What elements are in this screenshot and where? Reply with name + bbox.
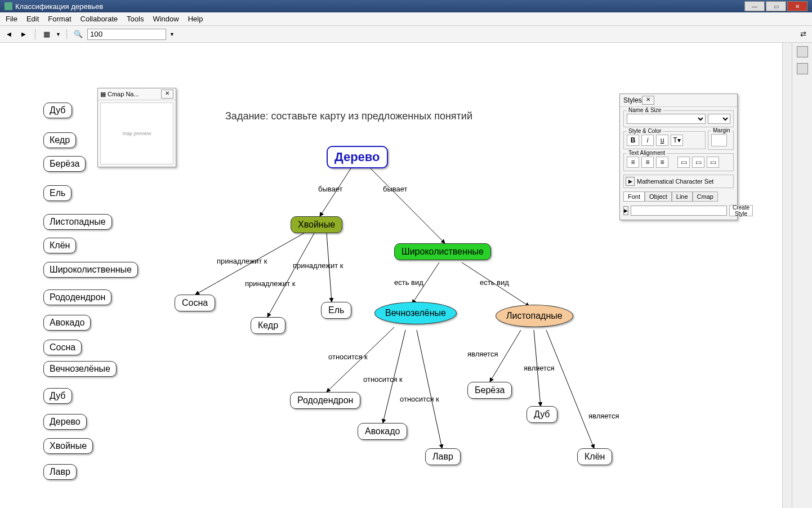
nav-icon: ▦ <box>100 91 106 98</box>
right-rail <box>792 43 812 508</box>
sidebar-item-sosna[interactable]: Сосна <box>43 340 82 355</box>
sidebar-item-el[interactable]: Ель <box>43 185 72 201</box>
link-prinad2: принадлежит к <box>245 279 295 288</box>
node-rododendron[interactable]: Рододендрон <box>290 392 360 409</box>
sidebar-item-listopadnye[interactable]: Листопадные <box>43 214 112 230</box>
navigator-panel[interactable]: ▦ Cmap Na... ✕ map preview <box>97 88 176 167</box>
toolbar-right-icon[interactable]: ⇄ <box>797 29 809 40</box>
menu-format[interactable]: Format <box>44 14 74 24</box>
back-button[interactable]: ◄ <box>3 29 15 40</box>
node-klen[interactable]: Клён <box>577 448 612 465</box>
node-listopad[interactable]: Листопадные <box>496 305 573 327</box>
font-color-button[interactable]: T▾ <box>671 135 683 146</box>
sidebar-item-khvoynye[interactable]: Хвойные <box>43 438 93 454</box>
node-root[interactable]: Дерево <box>327 146 388 168</box>
node-avokado[interactable]: Авокадо <box>358 423 407 440</box>
styles-tabs: Font Object Line Cmap <box>623 191 734 202</box>
node-kedr[interactable]: Кедр <box>251 317 285 334</box>
sidebar-item-derevo[interactable]: Дерево <box>43 414 87 430</box>
svg-line-12 <box>546 330 594 448</box>
rail-icon-2[interactable] <box>797 63 808 74</box>
sidebar-item-bereza[interactable]: Берёза <box>43 156 86 172</box>
align-left-button[interactable]: ≡ <box>627 157 639 168</box>
menu-bar: File Edit Format Collaborate Tools Windo… <box>0 12 812 26</box>
styles-margin: Margin <box>708 131 734 150</box>
link-otnos1: относится к <box>328 353 368 361</box>
link-byvaet2: бывает <box>383 185 408 193</box>
link-prinad3: принадлежит к <box>293 261 343 270</box>
margin-button[interactable] <box>711 134 727 146</box>
title-bar: Классификация деревьев — ▭ ✕ <box>0 0 812 12</box>
app-icon <box>5 2 12 10</box>
styles-title-bar[interactable]: Styles ✕ <box>620 94 737 107</box>
node-lavr[interactable]: Лавр <box>425 448 461 465</box>
zoom-icon[interactable]: 🔍 <box>73 29 84 40</box>
zoom-input[interactable] <box>87 29 166 40</box>
overview-button[interactable]: ▦ <box>41 29 52 40</box>
underline-button[interactable]: u <box>656 135 668 146</box>
node-dub[interactable]: Дуб <box>527 406 557 423</box>
sidebar-item-avokado[interactable]: Авокадо <box>43 315 91 331</box>
menu-help[interactable]: Help <box>185 14 207 24</box>
link-otnos2: относится к <box>363 375 403 384</box>
style-play-button[interactable]: ▶ <box>623 206 628 215</box>
vertical-scrollbar[interactable] <box>782 43 792 508</box>
link-yav2: является <box>524 364 554 372</box>
italic-button[interactable]: i <box>641 135 654 146</box>
content-area: Дуб Кедр Берёза Ель Листопадные Клён Шир… <box>0 43 812 508</box>
tab-line[interactable]: Line <box>672 191 693 202</box>
tab-font[interactable]: Font <box>623 191 645 202</box>
node-shiroko[interactable]: Широколиственные <box>394 243 491 260</box>
canvas[interactable]: Дуб Кедр Берёза Ель Листопадные Клён Шир… <box>0 43 757 508</box>
valign-bottom-button[interactable]: ▭ <box>707 157 719 168</box>
tab-cmap[interactable]: Cmap <box>693 191 718 202</box>
align-right-button[interactable]: ≡ <box>656 157 668 168</box>
styles-name-size: Name & Size <box>623 110 734 127</box>
font-size-select[interactable] <box>708 114 730 124</box>
menu-window[interactable]: Window <box>149 14 182 24</box>
sidebar-item-vechno[interactable]: Вечнозелёные <box>43 361 117 377</box>
node-el[interactable]: Ель <box>321 302 351 319</box>
sidebar-item-kedr[interactable]: Кедр <box>43 132 76 148</box>
sidebar-item-shiroko[interactable]: Широколиственные <box>43 262 138 278</box>
svg-line-3 <box>267 233 314 317</box>
styles-panel[interactable]: Styles ✕ Name & Size Style & Colo <box>619 93 738 220</box>
maximize-button[interactable]: ▭ <box>766 1 786 11</box>
forward-button[interactable]: ► <box>18 29 29 40</box>
sidebar-item-rododendron[interactable]: Рододендрон <box>43 289 111 305</box>
sidebar-item-klen[interactable]: Клён <box>43 238 76 253</box>
task-text: Задание: составьте карту из предложенных… <box>225 110 472 122</box>
create-style-button[interactable]: Create Style <box>729 205 753 216</box>
math-expand-button[interactable]: ▶ <box>626 177 635 186</box>
close-button[interactable]: ✕ <box>787 1 807 11</box>
node-bereza[interactable]: Берёза <box>467 382 512 399</box>
link-estvid1: есть вид <box>394 278 423 287</box>
navigator-title-bar[interactable]: ▦ Cmap Na... ✕ <box>98 88 176 100</box>
navigator-title: Cmap Na... <box>108 91 139 97</box>
minimize-button[interactable]: — <box>744 1 765 11</box>
sidebar-item-dub2[interactable]: Дуб <box>43 388 72 404</box>
node-vechno[interactable]: Вечнозелёные <box>374 302 457 324</box>
node-sosna[interactable]: Сосна <box>175 295 215 311</box>
link-yav1: является <box>467 350 498 358</box>
font-name-select[interactable] <box>627 114 706 124</box>
bold-button[interactable]: B <box>627 135 639 146</box>
valign-middle-button[interactable]: ▭ <box>692 157 704 168</box>
toolbar: ◄ ► ▦ ▼ 🔍 ▼ ⇄ <box>0 26 812 43</box>
sidebar-item-lavr[interactable]: Лавр <box>43 464 77 480</box>
align-center-button[interactable]: ≡ <box>641 157 654 168</box>
valign-top-button[interactable]: ▭ <box>677 157 690 168</box>
style-name-input[interactable] <box>631 206 727 216</box>
navigator-close-button[interactable]: ✕ <box>161 90 173 99</box>
svg-line-9 <box>417 330 442 448</box>
menu-edit[interactable]: Edit <box>23 14 42 24</box>
tab-object[interactable]: Object <box>645 191 672 202</box>
menu-file[interactable]: File <box>2 14 21 24</box>
navigator-preview[interactable]: map preview <box>100 103 173 164</box>
sidebar-item-dub1[interactable]: Дуб <box>43 103 72 118</box>
node-khvoynye[interactable]: Хвойные <box>291 216 342 233</box>
styles-close-button[interactable]: ✕ <box>642 96 654 105</box>
menu-collaborate[interactable]: Collaborate <box>77 14 122 24</box>
menu-tools[interactable]: Tools <box>123 14 147 24</box>
rail-icon-1[interactable] <box>797 46 808 57</box>
